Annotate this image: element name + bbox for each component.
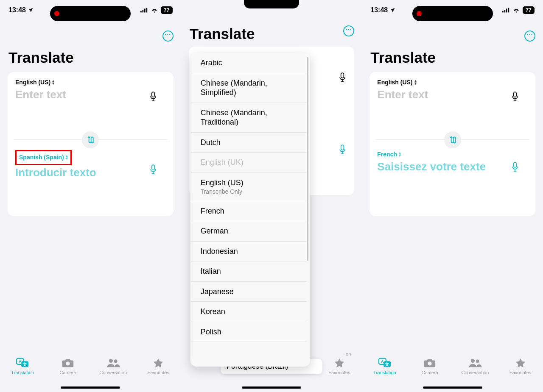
language-option[interactable]: German: [190, 221, 307, 242]
tab-favourites[interactable]: Favourites: [501, 357, 540, 375]
target-language-highlight: Spanish (Spain) ▴▾: [15, 150, 72, 165]
svg-rect-23: [502, 11, 504, 13]
language-option[interactable]: Chinese (Mandarin, Traditional): [190, 103, 307, 133]
source-text-input[interactable]: Enter text: [15, 88, 166, 101]
tab-conversation[interactable]: Conversation: [456, 357, 494, 375]
target-text-input[interactable]: Introducir texto: [15, 166, 166, 179]
recording-indicator-icon: [54, 11, 59, 16]
more-options-button[interactable]: ···: [162, 31, 174, 42]
dynamic-island: [50, 6, 131, 21]
svg-point-16: [114, 359, 117, 363]
svg-point-37: [428, 361, 432, 365]
home-indicator: [242, 386, 301, 389]
language-picker-popup: ArabicChinese (Mandarin, Simplified)Chin…: [190, 53, 310, 367]
tab-favourites[interactable]: Favourites: [139, 357, 177, 375]
language-option[interactable]: Japanese: [190, 282, 307, 302]
recording-indicator-icon: [417, 11, 422, 16]
svg-text:文: 文: [22, 362, 27, 367]
language-option[interactable]: Korean: [190, 302, 307, 322]
cellular-icon: [140, 8, 148, 13]
svg-rect-30: [514, 162, 517, 167]
svg-rect-27: [514, 92, 517, 97]
tab-translation[interactable]: A文 Translation: [366, 357, 404, 375]
location-icon: [389, 7, 395, 13]
svg-point-39: [476, 359, 479, 363]
screen-2-language-picker: ··· Translate ArabicChinese (Mandarin, S…: [181, 0, 362, 392]
language-option[interactable]: Indonesian: [190, 242, 307, 262]
screen-3-translate-french: 13:48 77 ··· Translate English (US) ▴▾ E…: [362, 0, 543, 392]
mic-button-target[interactable]: [510, 162, 520, 172]
language-option[interactable]: Dutch: [190, 133, 307, 153]
cellular-icon: [502, 8, 510, 13]
language-option[interactable]: Italian: [190, 261, 307, 282]
svg-point-38: [471, 359, 475, 363]
language-option[interactable]: English (US)Transcribe Only: [190, 173, 307, 201]
svg-rect-20: [341, 145, 344, 150]
language-list[interactable]: ArabicChinese (Mandarin, Simplified)Chin…: [190, 53, 310, 367]
home-indicator: [423, 386, 482, 389]
target-text-input[interactable]: Saisissez votre texte: [377, 160, 528, 173]
svg-rect-24: [504, 10, 505, 12]
svg-rect-25: [506, 8, 507, 12]
svg-rect-17: [341, 73, 344, 78]
battery-indicator: 77: [523, 6, 535, 14]
source-language-selector[interactable]: English (US) ▴▾: [15, 78, 54, 86]
tab-conversation[interactable]: Conversation: [94, 357, 132, 375]
more-options-button[interactable]: ···: [524, 31, 535, 42]
page-title: Translate: [0, 49, 181, 66]
mic-button-target[interactable]: [148, 164, 158, 175]
dynamic-island: [412, 6, 493, 21]
tab-label-partial: on: [346, 351, 351, 356]
svg-rect-7: [151, 165, 154, 170]
screen-1-translate-main: 13:48 77 ··· Translate English (US) ▴▾ E…: [0, 0, 181, 392]
wifi-icon: [512, 8, 520, 13]
page-title: Translate: [362, 49, 543, 66]
mic-button-target[interactable]: [338, 144, 347, 157]
tab-camera[interactable]: Camera: [49, 357, 87, 375]
status-time: 13:48: [8, 6, 26, 14]
status-time: 13:48: [370, 6, 388, 14]
svg-point-14: [66, 361, 70, 365]
svg-rect-0: [140, 11, 142, 13]
svg-text:文: 文: [385, 362, 389, 367]
tab-camera[interactable]: Camera: [411, 357, 449, 375]
target-language-selector[interactable]: French ▴▾: [377, 150, 401, 158]
svg-rect-1: [142, 10, 143, 12]
svg-point-15: [109, 359, 112, 363]
chevron-updown-icon: ▴▾: [399, 152, 401, 157]
translate-card: English (US) ▴▾ Enter text Spanish (Spai…: [8, 72, 174, 216]
mic-button-source[interactable]: [338, 72, 347, 85]
mic-button-source[interactable]: [510, 92, 520, 102]
language-option[interactable]: English (UK): [190, 153, 307, 173]
wifi-icon: [151, 8, 158, 13]
translate-card: English (US) ▴▾ Enter text French ▴▾ Sai…: [369, 72, 535, 216]
source-language-selector[interactable]: English (US) ▴▾: [377, 78, 416, 86]
home-indicator: [61, 386, 120, 389]
svg-rect-26: [508, 8, 509, 13]
location-icon: [28, 7, 34, 13]
notch: [244, 0, 299, 8]
svg-rect-3: [146, 8, 147, 13]
language-option[interactable]: Chinese (Mandarin, Simplified): [190, 73, 307, 103]
target-language-selector[interactable]: Spanish (Spain) ▴▾: [19, 153, 68, 161]
svg-rect-2: [144, 8, 146, 12]
mic-button-source[interactable]: [148, 92, 158, 102]
tab-favourites[interactable]: Favourites: [320, 357, 358, 375]
source-text-input[interactable]: Enter text: [377, 88, 528, 101]
chevron-updown-icon: ▴▾: [414, 80, 417, 85]
svg-rect-4: [151, 92, 154, 97]
svg-text:A: A: [19, 359, 22, 364]
svg-text:A: A: [381, 359, 384, 364]
language-option[interactable]: French: [190, 201, 307, 222]
scrollbar-thumb[interactable]: [307, 57, 308, 261]
language-option[interactable]: Polish: [190, 322, 307, 342]
language-option[interactable]: Arabic: [190, 53, 307, 73]
tab-translation[interactable]: A文 Translation: [3, 357, 42, 375]
chevron-updown-icon: ▴▾: [52, 80, 54, 85]
page-title: Translate: [181, 25, 362, 42]
chevron-updown-icon: ▴▾: [66, 155, 68, 160]
battery-indicator: 77: [161, 6, 173, 14]
